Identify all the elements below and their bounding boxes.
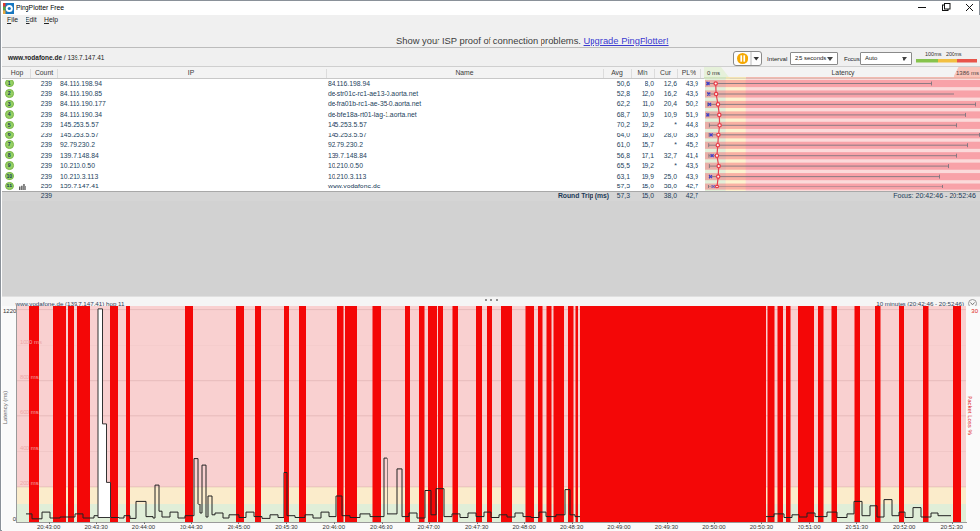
svg-text:600 ms: 600 ms bbox=[20, 409, 39, 415]
svg-text:200 ms: 200 ms bbox=[20, 480, 39, 486]
svg-text:0 ms: 0 ms bbox=[707, 70, 720, 76]
svg-text:1386 ms: 1386 ms bbox=[956, 70, 979, 76]
svg-text:400 ms: 400 ms bbox=[20, 445, 39, 451]
svg-text:1000 ms: 1000 ms bbox=[20, 339, 42, 345]
svg-text:800 ms: 800 ms bbox=[20, 374, 39, 380]
